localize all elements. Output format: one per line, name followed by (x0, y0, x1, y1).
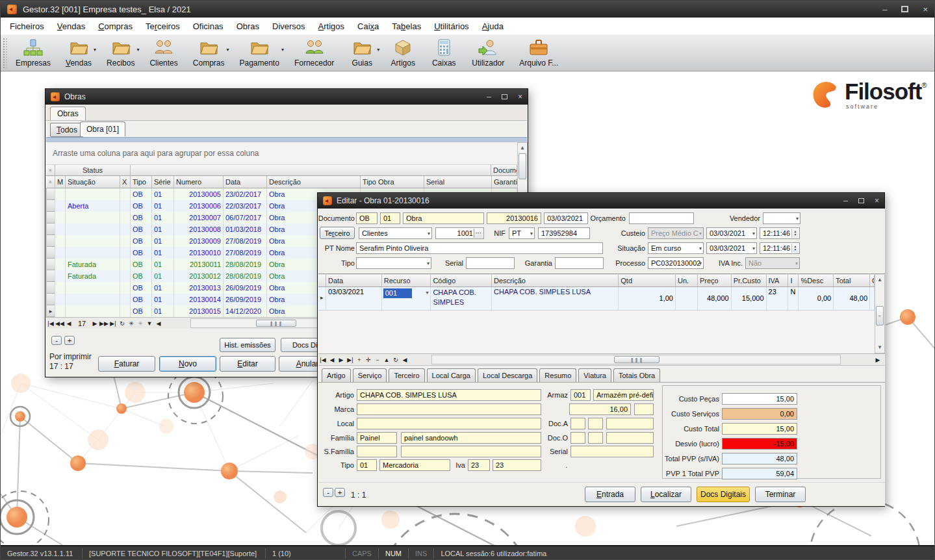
tab-item[interactable]: Terceiro (389, 368, 424, 382)
cell-situacao[interactable] (66, 294, 120, 305)
cell-serie[interactable]: 01 (152, 305, 174, 317)
doca1-field[interactable] (570, 418, 585, 429)
cell-situacao[interactable]: Aberta (66, 200, 120, 212)
toolbar-button[interactable]: Artigos (385, 36, 421, 68)
cell-m[interactable] (55, 247, 66, 259)
nav-insert-icon[interactable]: + (355, 357, 364, 363)
custeio-hora-field[interactable]: 12:11:46▲▼ (760, 227, 800, 239)
cell-x[interactable] (120, 247, 131, 259)
menu-item[interactable]: Compras (92, 19, 139, 34)
cell-data[interactable]: 28/08/2019 (224, 270, 267, 282)
doca2-field[interactable] (588, 418, 603, 429)
cell-c[interactable] (870, 287, 875, 311)
menu-item[interactable]: Artigos (312, 19, 351, 34)
nav-first-icon[interactable]: |◀ (318, 357, 327, 363)
cell-numero[interactable]: 20130005 (174, 188, 224, 200)
cell-tipo[interactable]: OB (131, 282, 152, 294)
docs-digitais-button[interactable]: Docs Digitais (697, 487, 750, 502)
cell-pr-custo[interactable]: 15,000 (732, 287, 767, 311)
col-recurso[interactable]: Recurso (382, 275, 431, 287)
cell-tipo[interactable]: OB (131, 223, 152, 235)
cell-serie[interactable]: 01 (152, 259, 174, 270)
cell-data[interactable]: 26/09/2019 (224, 294, 267, 305)
time-spinner-icon[interactable]: ▲▼ (791, 229, 799, 238)
menu-item[interactable]: Utilitários (428, 19, 475, 34)
menu-item[interactable]: Caixa (351, 19, 385, 34)
custo-total-value[interactable]: 15,00 (722, 423, 797, 435)
iva-taxa-field[interactable]: 23 (493, 459, 541, 471)
scrollbar-thumb[interactable]: ❚❚❚ (614, 356, 660, 363)
custeio-select[interactable]: Preço Médio C (648, 227, 704, 239)
tab-item[interactable]: Viatura (578, 368, 611, 382)
maximize-icon[interactable] (502, 94, 507, 99)
doca3-field[interactable] (606, 418, 654, 429)
grid-vertical-scrollbar[interactable]: ▲ ≡ ▼ (875, 275, 885, 353)
row-selector[interactable] (46, 282, 55, 294)
toolbar-button[interactable]: Empresas (10, 36, 56, 68)
cell-m[interactable] (55, 200, 66, 212)
cell-tipo[interactable]: OB (131, 259, 152, 270)
toolbar-button[interactable]: Clientes (144, 36, 183, 68)
marca-field[interactable] (357, 403, 541, 415)
tab-obra-01[interactable]: Obra [01] (80, 121, 125, 136)
cell-situacao[interactable] (66, 188, 120, 200)
row-selector[interactable] (46, 235, 55, 247)
toolbar-dropdown-arrow-icon[interactable]: ▾ (226, 47, 231, 68)
cell-m[interactable] (55, 235, 66, 247)
band-status[interactable]: Status (55, 165, 131, 176)
tipo-nome-field[interactable]: Mercadoria (379, 459, 450, 471)
cell-m[interactable] (55, 259, 66, 270)
row-selector[interactable] (46, 200, 55, 212)
serial-field[interactable] (570, 446, 654, 457)
cell-m[interactable] (55, 305, 66, 317)
col-serie[interactable]: Série (152, 176, 174, 188)
nav-prior-icon[interactable]: ◀ (327, 357, 337, 363)
cell-numero[interactable]: 20130011 (174, 259, 224, 270)
menu-item[interactable]: Obras (230, 19, 266, 34)
toolbar-button[interactable]: Arquivo F... (514, 36, 563, 68)
scroll-right-icon[interactable]: ▶ (873, 357, 882, 363)
documento-numero-field[interactable]: 20130016 (487, 212, 541, 224)
cell-data[interactable]: 27/08/2019 (224, 247, 267, 259)
cell-serie[interactable]: 01 (152, 223, 174, 235)
col-total[interactable]: Total (834, 275, 870, 287)
minimize-icon[interactable]: – (843, 197, 848, 205)
menu-item[interactable]: Tabelas (385, 19, 428, 34)
situacao-select[interactable]: Em curso (648, 242, 704, 254)
recurso-selected-value[interactable]: 001 (383, 288, 412, 298)
cell-serie[interactable]: 01 (152, 235, 174, 247)
nav-last-icon[interactable]: ▶| (346, 357, 355, 363)
tab-item[interactable]: Totais Obra (613, 368, 660, 382)
familia-codigo-field[interactable]: Painel (357, 432, 397, 444)
armaz-nome-field[interactable]: Armazém pré-defi (593, 389, 654, 401)
collapse-button[interactable]: - (323, 488, 333, 497)
cell-tipo[interactable]: OB (131, 270, 152, 282)
minimize-icon[interactable]: – (487, 93, 491, 101)
sfamilia-nome-field[interactable] (401, 446, 541, 457)
tab-item[interactable]: Serviço (353, 368, 387, 382)
col-situacao[interactable]: Situação (66, 176, 120, 188)
documento-data-field[interactable]: 03/03/2021 (544, 212, 588, 224)
toolbar-button[interactable]: Compras (188, 36, 230, 68)
garantia-field[interactable] (555, 257, 604, 269)
cell-situacao[interactable] (66, 235, 120, 247)
menu-item[interactable]: Oficinas (186, 19, 230, 34)
col-data[interactable]: Data (224, 176, 267, 188)
col-i[interactable]: I (788, 275, 799, 287)
col-pr-custo[interactable]: Pr.Custo (732, 275, 767, 287)
toolbar-button[interactable]: Guias (344, 36, 380, 68)
cell-m[interactable] (55, 223, 66, 235)
cell-preco[interactable]: 48,000 (698, 287, 732, 311)
restore-icon[interactable] (901, 6, 908, 12)
editar-titlebar[interactable]: Editar - Obra 01-20130016 – × (318, 193, 884, 209)
cell-serie[interactable]: 01 (152, 200, 174, 212)
col-preco[interactable]: Preço (698, 275, 732, 287)
col-desc-pct[interactable]: %Desc (799, 275, 834, 287)
cell-situacao[interactable]: Faturada (66, 270, 120, 282)
tab-item[interactable]: Local Descarga (478, 368, 537, 382)
cell-x[interactable] (120, 259, 131, 270)
processo-select[interactable]: PC0320130002 (648, 257, 704, 269)
col-iva[interactable]: IVA (767, 275, 789, 287)
stock-field[interactable]: 16,00 (569, 403, 631, 415)
obras-titlebar[interactable]: Obras – × (45, 89, 528, 105)
